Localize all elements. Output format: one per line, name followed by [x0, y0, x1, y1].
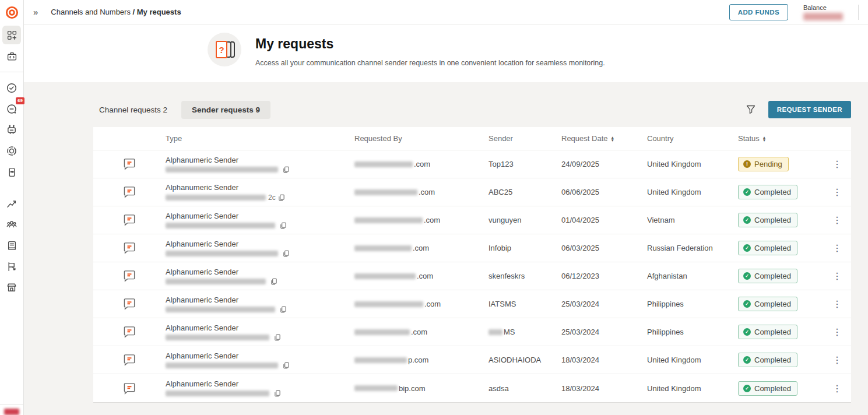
requested-by-email-redacted [354, 161, 413, 167]
request-id-redacted [166, 251, 278, 256]
copy-icon [280, 306, 287, 313]
sidebar-item-apps-add[interactable] [2, 26, 21, 44]
row-actions-menu[interactable]: ⋮ [823, 298, 851, 310]
copy-icon [278, 194, 285, 201]
request-id-redacted [166, 391, 269, 396]
request-type: Alphanumeric Sender [166, 156, 354, 165]
requested-by-email-redacted [354, 301, 423, 307]
sidebar-item-exchange[interactable] [2, 142, 21, 160]
status-label: Completed [754, 300, 791, 308]
status-label: Completed [754, 384, 791, 393]
copy-id-button[interactable] [283, 166, 290, 173]
requested-by-email-redacted [354, 357, 407, 363]
sidebar-item-dev-tools[interactable] [2, 47, 21, 65]
add-funds-button[interactable]: ADD FUNDS [729, 4, 788, 20]
sender-name: Top123 [489, 160, 514, 168]
sms-channel-icon [122, 213, 136, 227]
status-badge: ✓ Completed [738, 325, 797, 339]
row-actions-menu[interactable]: ⋮ [823, 270, 851, 282]
infobip-logo[interactable] [0, 0, 23, 24]
copy-id-button[interactable] [270, 278, 277, 285]
row-actions-menu[interactable]: ⋮ [823, 326, 851, 337]
requested-by-email-suffix: bip.com [399, 384, 426, 393]
requested-by-email-redacted [354, 273, 416, 279]
copy-id-button[interactable] [280, 222, 287, 229]
request-date: 18/03/2024 [561, 356, 647, 364]
row-actions-menu[interactable]: ⋮ [823, 187, 851, 198]
sender-name: Infobip [489, 244, 511, 252]
requested-by-email-suffix: p.com [408, 356, 428, 364]
breadcrumb-parent[interactable]: Channels and Numbers [51, 8, 132, 16]
sidebar-item-flows[interactable] [2, 257, 21, 276]
row-actions-menu[interactable]: ⋮ [823, 354, 851, 365]
sender-name: ABC25 [489, 188, 512, 196]
header-type: Type [166, 134, 354, 143]
copy-id-button[interactable] [278, 194, 285, 201]
copy-id-button[interactable] [274, 334, 281, 341]
sidebar-item-chatbot[interactable] [2, 121, 21, 139]
status-badge: ✓ Completed [738, 297, 797, 311]
sms-channel-icon [122, 157, 136, 171]
sidebar-item-people[interactable] [2, 215, 21, 234]
status-icon: ! [743, 160, 751, 168]
sidebar-item-moments[interactable] [2, 79, 21, 97]
row-actions-menu[interactable]: ⋮ [823, 383, 851, 394]
request-type: Alphanumeric Sender [166, 268, 354, 277]
sidebar-item-shop[interactable] [2, 278, 21, 297]
target-check-icon [6, 83, 17, 93]
robot-icon [6, 125, 17, 135]
status-label: Completed [754, 356, 791, 364]
request-id-redacted [166, 279, 266, 284]
funnel-icon [746, 105, 755, 114]
table-row[interactable]: Alphanumeric Sender .com Top123 24/09/20… [93, 150, 851, 178]
table-row[interactable]: Alphanumeric Sender .com Infobip 06/03/2… [93, 234, 851, 262]
request-type: Alphanumeric Sender [166, 323, 354, 333]
status-badge: ✓ Completed [738, 353, 797, 367]
copy-id-button[interactable] [274, 390, 281, 397]
request-date: 18/03/2024 [561, 384, 647, 393]
copy-icon [270, 278, 277, 285]
status-icon: ✓ [743, 244, 751, 252]
table-row[interactable]: Alphanumeric Sender 2c .com ABC25 06/06/… [93, 178, 851, 206]
row-actions-menu[interactable]: ⋮ [823, 242, 851, 254]
country: Russian Federation [647, 244, 738, 252]
sidebar-item-catalog[interactable] [2, 236, 21, 255]
table-row[interactable]: Alphanumeric Sender bip.com asdsa 18/03/… [93, 374, 851, 402]
tab-channel-requests[interactable]: Channel requests 2 [93, 101, 173, 119]
requested-by-email-suffix: .com [424, 300, 441, 308]
copy-icon [283, 166, 290, 173]
country: Vietnam [647, 216, 738, 224]
status-badge: ✓ Completed [738, 241, 797, 255]
question-card-icon: ? [216, 41, 227, 58]
request-sender-button[interactable]: REQUEST SENDER [768, 101, 851, 118]
header-request-date[interactable]: Request Date ▲▼ [561, 134, 647, 143]
filter-button[interactable] [746, 105, 755, 114]
table-row[interactable]: Alphanumeric Sender .com MS 25/03/2024 P… [93, 318, 851, 346]
copy-id-button[interactable] [280, 306, 287, 313]
tab-sender-requests[interactable]: Sender requests 9 [181, 101, 270, 119]
breadcrumb[interactable]: Channels and Numbers / My requests [51, 8, 181, 16]
row-actions-menu[interactable]: ⋮ [823, 159, 851, 170]
status-label: Completed [754, 272, 791, 280]
request-id-redacted [166, 307, 275, 312]
sms-channel-icon [122, 297, 136, 311]
sidebar-item-conversations[interactable]: 69 [2, 100, 21, 118]
row-actions-menu[interactable]: ⋮ [823, 214, 851, 226]
sidebar-divider-bottom [0, 405, 24, 405]
status-badge: ✓ Completed [738, 269, 797, 283]
table-row[interactable]: Alphanumeric Sender .com vunguyen 01/04/… [93, 206, 851, 234]
table-row[interactable]: Alphanumeric Sender .com IATSMS 25/03/20… [93, 290, 851, 318]
sidebar-item-analytics[interactable] [2, 194, 21, 213]
request-date: 25/03/2024 [561, 328, 647, 336]
table-row[interactable]: Alphanumeric Sender .com skenfeskrs 06/1… [93, 262, 851, 290]
user-avatar-redacted[interactable] [4, 409, 19, 415]
header-status[interactable]: Status ▲▼ [738, 134, 823, 143]
sidebar-item-numbers[interactable] [2, 163, 21, 181]
copy-id-button[interactable] [283, 362, 290, 369]
breadcrumb-current: / My requests [133, 8, 181, 16]
copy-id-button[interactable] [283, 250, 290, 257]
expand-sidebar-icon[interactable]: » [30, 6, 41, 18]
page-subtitle: Access all your communication channel se… [255, 59, 605, 67]
table-row[interactable]: Alphanumeric Sender p.com ASIODHAIODA 18… [93, 346, 851, 374]
status-badge: ✓ Completed [738, 381, 797, 396]
